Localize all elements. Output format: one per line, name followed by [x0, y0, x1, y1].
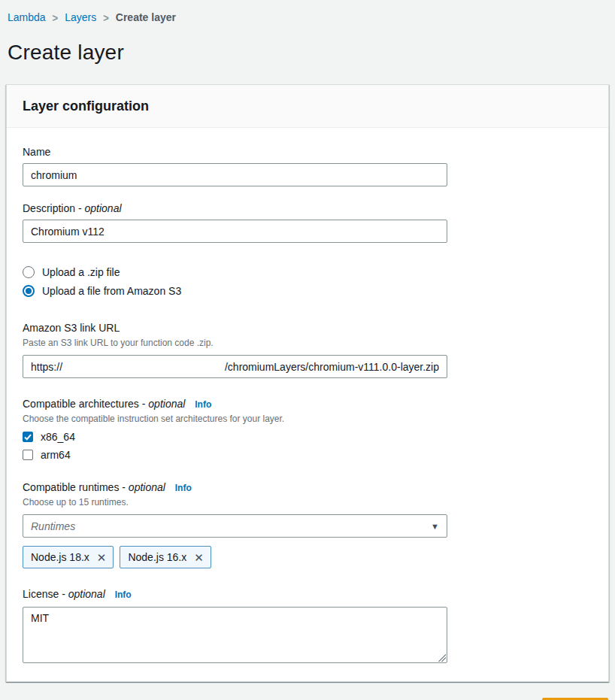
description-field: Description - optional	[23, 202, 593, 243]
runtime-token-nodejs18: Node.js 18.x ✕	[23, 546, 114, 568]
breadcrumb-link-layers[interactable]: Layers	[65, 11, 96, 23]
runtimes-select-placeholder: Runtimes	[31, 520, 75, 532]
runtimes-label-text: Compatible runtimes	[23, 481, 119, 493]
architectures-label-text: Compatible architectures	[23, 398, 139, 410]
name-input[interactable]	[23, 163, 447, 186]
radio-unselected-icon[interactable]	[23, 266, 35, 278]
s3-url-label: Amazon S3 link URL	[23, 322, 593, 334]
breadcrumb: Lambda > Layers > Create layer	[0, 0, 615, 23]
card-body: Name Description - optional Upload a .zi…	[7, 128, 608, 681]
label-dash: -	[78, 202, 82, 214]
runtimes-info-link[interactable]: Info	[175, 483, 192, 493]
close-icon[interactable]: ✕	[97, 552, 107, 563]
checkbox-arm64[interactable]: arm64	[23, 449, 593, 461]
name-label-text: Name	[23, 146, 50, 158]
license-field: License - optional Info MIT	[23, 588, 593, 663]
architectures-helper: Choose the compatible instruction set ar…	[23, 413, 593, 425]
checkmark-icon	[24, 434, 32, 441]
runtimes-select[interactable]: Runtimes ▼	[23, 514, 447, 538]
label-dash: -	[142, 398, 146, 410]
description-label-text: Description	[23, 202, 75, 214]
license-label: License - optional Info	[23, 588, 593, 600]
s3-url-value-prefix: https://	[31, 361, 62, 373]
runtime-token-nodejs16: Node.js 16.x ✕	[120, 546, 211, 568]
runtimes-label: Compatible runtimes - optional Info	[23, 481, 593, 493]
breadcrumb-link-lambda[interactable]: Lambda	[8, 11, 46, 23]
s3-url-label-text: Amazon S3 link URL	[23, 322, 120, 334]
card-header: Layer configuration	[7, 85, 608, 128]
name-label: Name	[23, 146, 593, 158]
breadcrumb-separator-icon: >	[103, 11, 109, 23]
resize-handle-icon[interactable]	[438, 654, 446, 662]
license-info-link[interactable]: Info	[115, 589, 132, 600]
chevron-down-icon: ▼	[431, 522, 439, 531]
card-title: Layer configuration	[23, 98, 593, 114]
optional-suffix: optional	[68, 588, 105, 600]
radio-upload-s3-label: Upload a file from Amazon S3	[42, 285, 181, 297]
radio-upload-zip[interactable]: Upload a .zip file	[23, 266, 593, 278]
description-input[interactable]	[23, 220, 447, 243]
optional-suffix: optional	[84, 202, 121, 214]
description-label: Description - optional	[23, 202, 593, 214]
page-title: Create layer	[8, 41, 615, 65]
radio-upload-s3[interactable]: Upload a file from Amazon S3	[23, 285, 593, 297]
optional-suffix: optional	[129, 481, 165, 493]
close-icon[interactable]: ✕	[194, 552, 204, 563]
architectures-info-link[interactable]: Info	[195, 399, 211, 410]
form-footer: Cancel Create	[0, 682, 615, 700]
name-field: Name	[23, 146, 593, 186]
s3-url-value-suffix: /chromiumLayers/chromium-v111.0.0-layer.…	[225, 361, 439, 373]
license-textarea[interactable]: MIT	[23, 607, 447, 663]
label-dash: -	[122, 481, 126, 493]
lambda-create-layer-page: Lambda > Layers > Create layer Create la…	[0, 0, 615, 700]
checkbox-x86-64[interactable]: x86_64	[23, 431, 593, 443]
license-label-text: License	[23, 588, 59, 600]
radio-upload-zip-label: Upload a .zip file	[42, 266, 120, 278]
layer-configuration-card: Layer configuration Name Description - o…	[6, 84, 609, 682]
architectures-label: Compatible architectures - optional Info	[23, 398, 593, 410]
runtime-token-list: Node.js 18.x ✕ Node.js 16.x ✕	[23, 546, 593, 568]
optional-suffix: optional	[148, 398, 185, 410]
s3-url-helper: Paste an S3 link URL to your function co…	[23, 337, 593, 349]
breadcrumb-current-page: Create layer	[116, 11, 176, 23]
architectures-field: Compatible architectures - optional Info…	[23, 398, 593, 461]
checkbox-x86-64-label: x86_64	[41, 431, 75, 443]
runtimes-helper: Choose up to 15 runtimes.	[23, 496, 593, 508]
s3-url-input[interactable]: https:// /chromiumLayers/chromium-v111.0…	[23, 355, 447, 378]
token-label: Node.js 18.x	[31, 551, 89, 563]
breadcrumb-separator-icon: >	[53, 11, 59, 23]
checkbox-checked-icon[interactable]	[23, 432, 33, 442]
label-dash: -	[62, 588, 65, 600]
checkbox-arm64-label: arm64	[41, 449, 71, 461]
upload-source-radio-group: Upload a .zip file Upload a file from Am…	[23, 266, 593, 297]
runtimes-field: Compatible runtimes - optional Info Choo…	[23, 481, 593, 568]
s3-url-field: Amazon S3 link URL Paste an S3 link URL …	[23, 322, 593, 378]
license-textarea-wrap: MIT	[23, 607, 447, 663]
token-label: Node.js 16.x	[128, 551, 186, 563]
checkbox-unchecked-icon[interactable]	[23, 450, 33, 460]
radio-selected-icon[interactable]	[23, 285, 35, 297]
